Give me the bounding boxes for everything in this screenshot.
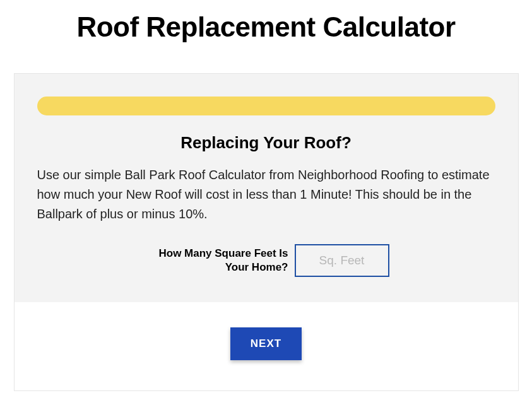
card-bottom-section: NEXT	[15, 302, 518, 390]
card-top-section: Replacing Your Roof? Use our simple Ball…	[15, 74, 518, 302]
calculator-card: Replacing Your Roof? Use our simple Ball…	[14, 73, 519, 391]
step-description: Use our simple Ball Park Roof Calculator…	[37, 165, 495, 224]
sqft-label: How Many Square Feet Is Your Home?	[143, 247, 288, 274]
progress-bar	[37, 97, 495, 115]
step-heading: Replacing Your Roof?	[37, 133, 495, 153]
page-title: Roof Replacement Calculator	[0, 11, 532, 43]
next-button[interactable]: NEXT	[230, 327, 302, 360]
sqft-input[interactable]	[295, 244, 389, 277]
sqft-field-row: How Many Square Feet Is Your Home?	[37, 244, 495, 277]
